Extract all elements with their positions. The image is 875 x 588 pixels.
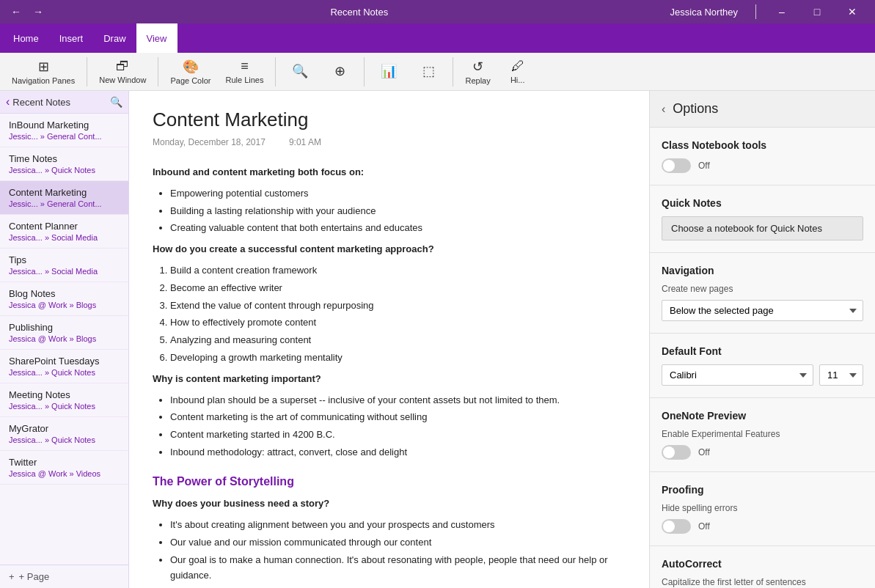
page-meta: Monday, December 18, 2017 9:01 AM	[153, 137, 626, 147]
sidebar-item-blog-notes[interactable]: Blog Notes Jessica @ Work » Blogs	[0, 282, 128, 316]
choose-notebook-button[interactable]: Choose a notebook for Quick Notes	[662, 216, 863, 240]
question3: Why does your business need a story?	[153, 496, 626, 512]
list-item: Inbound plan should be a superset -- inc…	[170, 393, 626, 408]
class-notebook-toggle-row: Off	[662, 158, 863, 173]
autocorrect-section: AutoCorrect Capitalize the first letter …	[650, 546, 875, 588]
replay-button[interactable]: ↺ Replay	[459, 55, 496, 89]
navigation-section: Navigation Create new pages Below the se…	[650, 253, 875, 334]
sidebar-item-title: Twitter	[9, 457, 120, 468]
section-heading-storytelling: The Power of Storytelling	[153, 472, 626, 491]
sidebar-item-publishing[interactable]: Publishing Jessica @ Work » Blogs	[0, 316, 128, 350]
list-item: Creating valuable content that both ente…	[170, 221, 626, 236]
sidebar-header: ‹ Recent Notes 🔍	[0, 91, 128, 114]
intro-list: Empowering potential customers Building …	[170, 186, 626, 236]
sidebar-item-meeting-notes[interactable]: Meeting Notes Jessica... » Quick Notes	[0, 383, 128, 417]
quick-notes-title: Quick Notes	[662, 197, 863, 209]
navigation-dropdown[interactable]: Below the selected page At end of sectio…	[662, 300, 863, 321]
zoom-out-icon: 🔍	[292, 63, 308, 79]
onenote-preview-sub: Enable Experimental Features	[662, 429, 863, 439]
sidebar-item-sharepoint-tuesdays[interactable]: SharePoint Tuesdays Jessica... » Quick N…	[0, 350, 128, 383]
list-item: How to effectively promote content	[170, 315, 626, 331]
title-separator	[755, 4, 756, 19]
sidebar-item-sub: Jessic... » General Cont...	[9, 132, 120, 141]
options-back-button[interactable]: ‹	[662, 103, 665, 116]
sidebar-item-title: Blog Notes	[9, 288, 120, 299]
add-page-label: + Page	[19, 571, 50, 582]
bullet-list-2: Inbound plan should be a superset -- inc…	[170, 393, 626, 460]
sidebar-item-sub: Jessica... » Quick Notes	[9, 402, 120, 411]
window-controls: – □ ✕	[765, 0, 869, 23]
sidebar-item-sub: Jessica... » Social Media	[9, 233, 120, 242]
page-color-button[interactable]: 🎨 Page Color	[164, 55, 216, 89]
menu-draw[interactable]: Draw	[93, 23, 136, 53]
list-item: Our value and our mission communicated t…	[170, 535, 626, 551]
navigation-panes-button[interactable]: ⊞ Navigation Panes	[6, 55, 81, 89]
menu-home[interactable]: Home	[3, 23, 49, 53]
sidebar-item-twitter[interactable]: Twitter Jessica @ Work » Videos	[0, 451, 128, 485]
menu-insert[interactable]: Insert	[49, 23, 94, 53]
page-content: Inbound and content marketing both focus…	[153, 165, 626, 588]
ribbon-divider-4	[364, 57, 365, 87]
class-notebook-toggle[interactable]	[662, 158, 691, 173]
add-page-icon: +	[9, 571, 15, 582]
sidebar-item-sub: Jessica... » Quick Notes	[9, 368, 120, 377]
sidebar-item-time-notes[interactable]: Time Notes Jessica... » Quick Notes	[0, 147, 128, 181]
sidebar-item-inbound-marketing[interactable]: InBound Marketing Jessic... » General Co…	[0, 114, 128, 147]
sidebar-search-button[interactable]: 🔍	[110, 96, 122, 108]
list-item: Extend the value of content through repu…	[170, 298, 626, 314]
ribbon-divider-5	[453, 57, 453, 87]
hi-button[interactable]: 🖊 Hi...	[499, 55, 536, 89]
minimize-button[interactable]: –	[765, 0, 799, 23]
sidebar-item-sub: Jessica... » Social Media	[9, 267, 120, 276]
sidebar-item-sub: Jessic... » General Cont...	[9, 199, 120, 208]
proofing-sub: Hide spelling errors	[662, 503, 863, 513]
hi-icon: 🖊	[511, 59, 524, 74]
list-item: Empowering potential customers	[170, 186, 626, 202]
sidebar-item-content-marketing[interactable]: Content Marketing Jessic... » General Co…	[0, 181, 128, 215]
sidebar-item-content-planner[interactable]: Content Planner Jessica... » Social Medi…	[0, 215, 128, 249]
onenote-preview-title: OneNote Preview	[662, 410, 863, 422]
sidebar-item-mygrator[interactable]: MyGrator Jessica... » Quick Notes	[0, 417, 128, 451]
zoom-in-button[interactable]: ⊕	[321, 55, 358, 89]
font-family-dropdown[interactable]: Calibri Arial Times New Roman Verdana	[662, 364, 813, 386]
menu-view[interactable]: View	[136, 23, 177, 53]
sidebar-item-tips[interactable]: Tips Jessica... » Social Media	[0, 249, 128, 282]
ribbon-divider-3	[275, 57, 276, 87]
onenote-preview-toggle-row: Off	[662, 445, 863, 460]
sidebar-title: Recent Notes	[12, 97, 110, 108]
intro-text: Inbound and content marketing both focus…	[153, 165, 626, 180]
content-area: Content Marketing Monday, December 18, 2…	[129, 91, 649, 588]
ribbon-divider-1	[87, 57, 87, 87]
ribbon-divider-2	[158, 57, 158, 87]
reading-view-button[interactable]: ⬚	[410, 55, 447, 89]
sidebar-back-button[interactable]: ‹	[6, 95, 10, 109]
page-color-label: Page Color	[170, 76, 210, 85]
quick-notes-section: Quick Notes Choose a notebook for Quick …	[650, 185, 875, 253]
proofing-title: Proofing	[662, 484, 863, 496]
new-window-button[interactable]: 🗗 New Window	[93, 55, 152, 89]
font-size-dropdown[interactable]: 8 9 10 11 12 14	[819, 364, 863, 386]
new-window-icon: 🗗	[116, 59, 129, 74]
page-view-button[interactable]: 📊	[370, 55, 407, 89]
default-font-section: Default Font Calibri Arial Times New Rom…	[650, 334, 875, 398]
forward-button[interactable]: →	[28, 1, 48, 22]
back-button[interactable]: ←	[6, 1, 26, 22]
onenote-preview-toggle[interactable]	[662, 445, 691, 460]
sidebar-item-title: Tips	[9, 254, 120, 265]
zoom-out-button[interactable]: 🔍	[282, 55, 318, 89]
maximize-button[interactable]: □	[800, 0, 834, 23]
bullet-list-3: It's about creating alignment between yo…	[170, 518, 626, 588]
hi-label: Hi...	[510, 76, 525, 84]
sidebar-item-sub: Jessica... » Quick Notes	[9, 166, 120, 174]
proofing-toggle[interactable]	[662, 519, 691, 534]
list-item: Analyzing and measuring content	[170, 333, 626, 348]
title-bar-navigation: ← →	[6, 1, 48, 22]
close-button[interactable]: ✕	[835, 0, 869, 23]
list-item: Stories will help our prospects make sen…	[170, 585, 626, 588]
options-panel: ‹ Options Class Notebook tools Off Quick…	[649, 91, 875, 588]
rule-lines-button[interactable]: ≡ Rule Lines	[219, 55, 269, 89]
add-page-button[interactable]: + + Page	[0, 565, 128, 588]
options-title: Options	[673, 101, 718, 117]
navigation-sub: Create new pages	[662, 284, 863, 294]
rule-lines-label: Rule Lines	[225, 76, 263, 84]
